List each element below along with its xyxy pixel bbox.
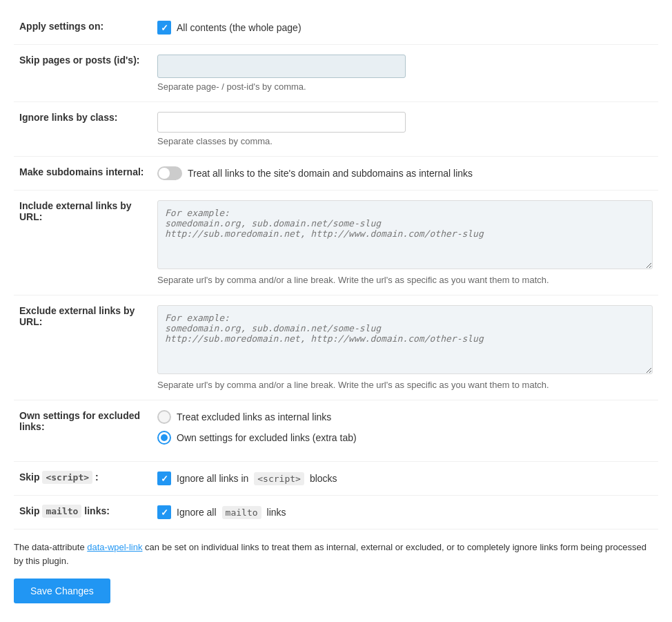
skip-script-inline-tag: <script> (254, 472, 304, 485)
exclude-external-row: Exclude external links by URL: Separate … (14, 295, 658, 400)
ignore-links-input[interactable] (157, 112, 406, 133)
skip-mailto-inline-tag: mailto (222, 506, 261, 519)
treat-excluded-radio[interactable] (157, 410, 171, 424)
exclude-external-label: Exclude external links by URL: (14, 295, 152, 400)
treat-excluded-text: Treat excluded links as internal links (177, 411, 331, 422)
include-external-label: Include external links by URL: (14, 191, 152, 295)
skip-script-tag: <script> (42, 471, 92, 484)
make-subdomains-toggle-row: Treat all links to the site's domain and… (157, 166, 653, 180)
footer-text: The data-attribute data-wpel-link can be… (14, 541, 658, 567)
footer-before: The data-attribute (14, 542, 85, 552)
own-settings-extra-radio[interactable] (157, 431, 171, 445)
footer-data-attr-link[interactable]: data-wpel-link (87, 542, 142, 552)
apply-all-contents-row: All contents (the whole page) (157, 21, 653, 35)
own-settings-label: Own settings for excluded links: (14, 400, 152, 462)
apply-all-contents-checkbox[interactable] (157, 21, 171, 35)
include-external-row: Include external links by URL: Separate … (14, 191, 658, 295)
ignore-links-row: Ignore links by class: Separate classes … (14, 102, 658, 157)
skip-script-row: Skip <script> : Ignore all links in <scr… (14, 462, 658, 496)
own-settings-row: Own settings for excluded links: Treat e… (14, 400, 658, 462)
include-external-textarea[interactable] (157, 200, 653, 269)
settings-table: Apply settings on: All contents (the who… (14, 11, 658, 529)
ignore-links-hint: Separate classes by comma. (157, 136, 653, 146)
skip-mailto-links-label: links: (84, 505, 110, 516)
own-settings-extra-row: Own settings for excluded links (extra t… (157, 431, 653, 445)
skip-script-desc: Ignore all links in (177, 473, 248, 484)
ignore-links-label: Ignore links by class: (14, 102, 152, 157)
make-subdomains-row: Make subdomains internal: Treat all link… (14, 157, 658, 191)
skip-mailto-label-skip: Skip (19, 505, 40, 516)
skip-pages-row: Skip pages or posts (id's): Separate pag… (14, 45, 658, 102)
apply-settings-row: Apply settings on: All contents (the who… (14, 11, 658, 45)
own-settings-extra-text: Own settings for excluded links (extra t… (177, 432, 357, 443)
skip-mailto-desc2: links (267, 507, 286, 518)
exclude-external-textarea[interactable] (157, 305, 653, 374)
skip-mailto-desc: Ignore all (177, 507, 217, 518)
skip-script-blocks: blocks (310, 473, 337, 484)
skip-pages-label: Skip pages or posts (id's): (14, 45, 152, 102)
toggle-knob (159, 168, 170, 179)
make-subdomains-toggle[interactable] (157, 166, 182, 180)
save-changes-button[interactable]: Save Changes (14, 579, 110, 603)
exclude-external-hint: Separate url's by comma and/or a line br… (157, 380, 653, 390)
apply-all-contents-text: All contents (the whole page) (177, 22, 302, 33)
make-subdomains-desc: Treat all links to the site's domain and… (188, 168, 473, 179)
make-subdomains-label: Make subdomains internal: (14, 157, 152, 191)
skip-mailto-checkbox[interactable] (157, 505, 171, 519)
treat-excluded-row: Treat excluded links as internal links (157, 410, 653, 424)
skip-script-checkbox-row: Ignore all links in <script> blocks (157, 472, 653, 485)
skip-mailto-checkbox-row: Ignore all mailto links (157, 505, 653, 519)
skip-mailto-row: Skip mailto links: Ignore all mailto lin… (14, 496, 658, 529)
skip-mailto-tag: mailto (42, 505, 81, 518)
skip-script-checkbox[interactable] (157, 472, 171, 485)
include-external-hint: Separate url's by comma and/or a line br… (157, 275, 653, 285)
apply-settings-label: Apply settings on: (14, 11, 152, 45)
skip-pages-input[interactable] (157, 55, 406, 78)
skip-pages-hint: Separate page- / post-id's by comma. (157, 81, 653, 92)
skip-script-label-skip: Skip (19, 472, 40, 483)
skip-script-colon: : (95, 472, 99, 483)
